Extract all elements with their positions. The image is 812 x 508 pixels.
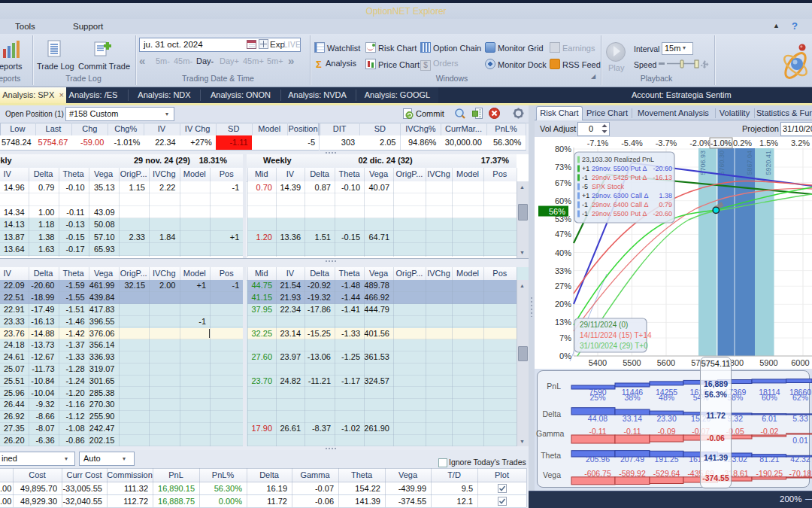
svg-text:56%: 56% [549,207,565,216]
svg-text:47%: 47% [555,230,571,239]
svg-text:6.01: 6.01 [762,414,777,423]
svg-text:80%: 80% [555,144,571,154]
svg-text:-2.0%: -2.0% [689,138,711,148]
svg-text:0.2%: 0.2% [733,138,752,148]
svg-text:60%: 60% [555,196,571,205]
svg-text:-0.09: -0.09 [658,427,676,436]
svg-text:60%: 60% [762,393,777,402]
svg-text:191.25: 191.25 [655,455,679,464]
svg-text:29nov. 5425 Put Δ: 29nov. 5425 Put Δ [592,174,647,181]
svg-text:81.21: 81.21 [759,455,779,464]
svg-text:-0.11: -0.11 [589,427,606,436]
svg-text:29nov. 6400 Call Δ: 29nov. 6400 Call Δ [592,201,648,208]
svg-text:29/11/2024 (0): 29/11/2024 (0) [580,321,628,329]
svg-text:+1: +1 [582,192,589,199]
svg-text:62%: 62% [792,393,808,402]
svg-text:6000: 6000 [791,358,809,367]
svg-text:73%: 73% [555,163,571,172]
svg-text:5760.30: 5760.30 [718,151,726,175]
svg-text:-589.92: -589.92 [619,469,646,478]
svg-text:-0.11: -0.11 [623,427,641,436]
svg-text:-70.18: -70.18 [789,469,812,478]
svg-text:23.30: 23.30 [656,414,676,423]
svg-text:0%: 0% [559,351,571,360]
svg-text:23,103.30 Realized PnL: 23,103.30 Realized PnL [582,156,654,163]
svg-text:42.32: 42.32 [790,455,810,464]
svg-text:-0.02: -0.02 [760,427,778,436]
svg-text:5600: 5600 [657,358,675,367]
svg-text:13%: 13% [555,318,571,327]
svg-text:-20.60: -20.60 [653,165,672,172]
svg-text:-1: -1 [582,201,588,208]
svg-text:205.96: 205.96 [586,455,610,464]
svg-text:33.14: 33.14 [623,414,642,423]
svg-text:3.2%: 3.2% [791,138,810,148]
svg-text:1.38: 1.38 [659,192,672,199]
svg-text:+1: +1 [582,165,589,172]
svg-text:-3.7%: -3.7% [656,138,677,148]
svg-text:1.5%: 1.5% [759,138,778,148]
svg-text:-529.64: -529.64 [653,469,680,478]
svg-text:-7.1%: -7.1% [587,138,609,148]
svg-text:48%: 48% [659,393,674,402]
svg-text:SPX Stock: SPX Stock [592,183,625,190]
svg-text:5867.04: 5867.04 [746,151,753,175]
svg-text:-1: -1 [582,210,588,217]
svg-text:-20.60: -20.60 [653,210,672,217]
svg-text:25%: 25% [589,393,605,402]
svg-text:29nov. 6300 Call Δ: 29nov. 6300 Call Δ [592,192,648,199]
svg-text:38%: 38% [624,393,640,402]
svg-text:-5.4%: -5.4% [621,138,643,148]
svg-text:-190.25: -190.25 [756,469,783,478]
svg-text:29nov. 5500 Put Δ: 29nov. 5500 Put Δ [592,165,647,172]
svg-text:-1.0%: -1.0% [710,138,732,148]
svg-text:5920.41: 5920.41 [765,151,772,175]
svg-text:5.33: 5.33 [792,414,808,423]
svg-text:-606.75: -606.75 [584,469,611,478]
svg-text:-16.13: -16.13 [653,174,672,181]
svg-text:44.08: 44.08 [588,414,607,423]
svg-text:40%: 40% [555,248,571,257]
svg-text:0.79: 0.79 [659,201,672,208]
svg-text:29nov. 5500 Put Δ: 29nov. 5500 Put Δ [592,210,647,217]
svg-text:33%: 33% [555,266,571,275]
svg-text:-1: -1 [582,174,588,181]
svg-text:67%: 67% [555,178,571,187]
svg-text:7%: 7% [559,333,571,342]
svg-text:-5: -5 [582,183,588,190]
svg-text:31/10/2024 (29) T+0: 31/10/2024 (29) T+0 [580,342,648,350]
svg-text:207.49: 207.49 [620,455,644,464]
svg-text:5400: 5400 [589,358,607,367]
svg-text:27%: 27% [555,281,571,291]
svg-text:5900: 5900 [759,358,777,367]
svg-text:5500: 5500 [623,358,641,367]
svg-text:20%: 20% [555,300,571,309]
svg-text:0.01: 0.01 [792,436,808,445]
svg-text:14/11/2024 (15) T+14: 14/11/2024 (15) T+14 [580,331,652,339]
